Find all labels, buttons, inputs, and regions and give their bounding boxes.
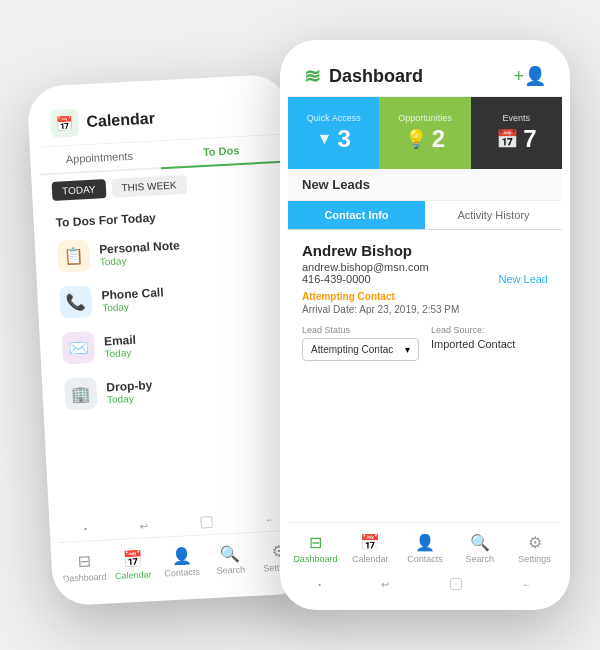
dash-nav-calendar[interactable]: 📅 Calendar	[343, 523, 398, 573]
lead-source-label: Lead Source:	[431, 325, 548, 335]
personal-note-text: Personal Note Today	[99, 238, 181, 267]
tab-contact-info[interactable]: Contact Info	[288, 201, 425, 229]
attempting-label: Attempting Contact	[302, 291, 548, 302]
contact-body: Andrew Bishop andrew.bishop@msn.com 416-…	[288, 230, 562, 381]
lead-source-field: Lead Source: Imported Contact	[431, 325, 548, 361]
dash-settings-icon: ⚙	[528, 533, 542, 552]
this-week-button[interactable]: THIS WEEK	[111, 175, 187, 198]
dashboard-header: ≋ Dashboard +👤	[288, 52, 562, 97]
quick-access-count: 3	[337, 125, 350, 153]
header-left: ≋ Dashboard	[304, 64, 423, 88]
lead-source-value: Imported Contact	[431, 338, 548, 350]
dash-nav-search[interactable]: 🔍 Search	[452, 523, 507, 573]
events-card[interactable]: Events 📅 7	[471, 97, 562, 169]
nav-dashboard[interactable]: ⊟ Dashboard	[59, 551, 109, 585]
today-button[interactable]: TODAY	[52, 179, 106, 201]
new-lead-link[interactable]: New Lead	[498, 273, 548, 285]
tab-appointments[interactable]: Appointments	[38, 141, 161, 173]
dashboard-nav-icon: ⊟	[77, 551, 91, 571]
dash-calendar-icon: 📅	[360, 533, 380, 552]
nav-search[interactable]: 🔍 Search	[205, 543, 255, 577]
nav-calendar[interactable]: 📅 Calendar	[108, 548, 158, 582]
tab-activity-history[interactable]: Activity History	[425, 201, 562, 229]
email-text: Email Today	[104, 332, 137, 359]
personal-note-icon: 📋	[57, 239, 91, 273]
opportunities-count: 2	[432, 125, 445, 153]
search-nav-icon: 🔍	[220, 544, 241, 564]
contact-phone-row: 416-439-0000 New Lead	[302, 273, 548, 285]
dashboard-phone: ≋ Dashboard +👤 Quick Access ▼ 3 Opportun…	[280, 40, 570, 610]
contact-email: andrew.bishop@msn.com	[302, 261, 548, 273]
contact-phone: 416-439-0000	[302, 273, 371, 285]
opportunities-value-row: 💡 2	[405, 125, 445, 153]
quick-access-value-row: ▼ 3	[317, 125, 351, 153]
chevron-down-icon: ▾	[405, 344, 410, 355]
lead-fields: Lead Status Attempting Contac ▾ Lead Sou…	[302, 325, 548, 361]
quick-access-card[interactable]: Quick Access ▼ 3	[288, 97, 379, 169]
lead-status-field: Lead Status Attempting Contac ▾	[302, 325, 419, 361]
dashboard-bottom-nav: ⊟ Dashboard 📅 Calendar 👤 Contacts 🔍 Sear…	[288, 522, 562, 598]
dashboard-title: Dashboard	[329, 66, 423, 87]
nav-items-row: ⊟ Dashboard 📅 Calendar 👤 Contacts 🔍 Sear…	[288, 523, 562, 573]
dashboard-screen: ≋ Dashboard +👤 Quick Access ▼ 3 Opportun…	[288, 52, 562, 598]
calendar-header-icon: 📅	[50, 109, 79, 138]
opportunities-icon: 💡	[405, 128, 427, 150]
contact-tabs: Contact Info Activity History	[288, 201, 562, 230]
dash-contacts-icon: 👤	[415, 533, 435, 552]
events-count: 7	[523, 125, 536, 153]
dash-phone-navigation-dots: • ↩ ←	[288, 573, 562, 598]
dropby-text: Drop-by Today	[106, 377, 153, 404]
calendar-screen: 📅 Calendar Appointments To Dos TODAY THI…	[35, 86, 305, 594]
dash-nav-settings[interactable]: ⚙ Settings	[507, 523, 562, 573]
contacts-nav-icon: 👤	[171, 546, 192, 566]
app-logo-icon: ≋	[304, 64, 321, 88]
dash-nav-contacts[interactable]: 👤 Contacts	[398, 523, 453, 573]
add-lead-button[interactable]: +👤	[513, 65, 546, 87]
dash-dashboard-icon: ⊟	[309, 533, 322, 552]
arrival-date: Arrival Date: Apr 23, 2019, 2:53 PM	[302, 304, 548, 315]
lead-status-label: Lead Status	[302, 325, 419, 335]
stats-row: Quick Access ▼ 3 Opportunities 💡 2 Event…	[288, 97, 562, 169]
phone-call-text: Phone Call Today	[101, 285, 164, 313]
events-icon: 📅	[496, 128, 518, 150]
email-icon: ✉️	[61, 331, 95, 365]
quick-access-icon: ▼	[317, 130, 333, 148]
contact-name: Andrew Bishop	[302, 242, 548, 259]
phone-call-icon: 📞	[59, 285, 93, 319]
new-leads-bar: New Leads	[288, 169, 562, 201]
calendar-title: Calendar	[86, 110, 155, 132]
nav-contacts[interactable]: 👤 Contacts	[156, 545, 206, 579]
calendar-bottom-nav: ⊟ Dashboard 📅 Calendar 👤 Contacts 🔍 Sear…	[58, 529, 304, 594]
opportunities-card[interactable]: Opportunities 💡 2	[379, 97, 470, 169]
lead-status-select[interactable]: Attempting Contac ▾	[302, 338, 419, 361]
calendar-phone: 📅 Calendar Appointments To Dos TODAY THI…	[27, 74, 314, 607]
dash-search-icon: 🔍	[470, 533, 490, 552]
dropby-icon: 🏢	[64, 377, 98, 411]
calendar-nav-icon: 📅	[122, 549, 143, 569]
dash-nav-dashboard[interactable]: ⊟ Dashboard	[288, 523, 343, 573]
events-value-row: 📅 7	[496, 125, 536, 153]
